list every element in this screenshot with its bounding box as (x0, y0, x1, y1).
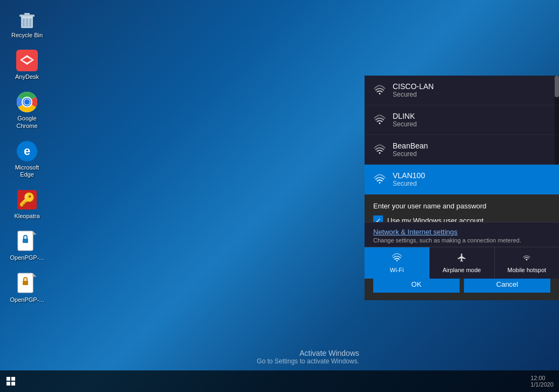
wifi-network-list: CISCO-LAN Secured DLINK Secured (365, 76, 559, 165)
svg-marker-25 (33, 273, 36, 276)
desktop-icon-chrome[interactable]: Google Chrome (5, 89, 49, 132)
start-button[interactable] (0, 370, 22, 392)
wifi-cisco-lan-status: Secured (393, 91, 550, 98)
wifi-cisco-lan-info: CISCO-LAN Secured (393, 82, 550, 98)
time-display: 12:00 (530, 375, 554, 381)
svg-rect-38 (11, 382, 15, 386)
airplane-mode-quick-action[interactable]: Airplane mode (429, 247, 494, 279)
wifi-network-vlan100[interactable]: VLAN100 Secured (365, 165, 559, 194)
activate-windows-subtitle: Go to Settings to activate Windows. (257, 357, 359, 365)
wifi-panel: CISCO-LAN Secured DLINK Secured (365, 76, 559, 300)
svg-text:🔑: 🔑 (19, 192, 35, 207)
wifi-dlink-status: Secured (393, 120, 550, 128)
openpgp1-icon (16, 231, 38, 252)
system-clock: 12:00 1/1/2020 (525, 375, 559, 388)
scrollbar-thumb (555, 76, 559, 97)
openpgp1-label: OpenPGP-... (10, 254, 44, 261)
hotspot-qa-icon (521, 253, 532, 265)
desktop-icons-container: Recycle Bin AnyDesk (0, 0, 54, 314)
wifi-vlan100-info: VLAN100 Secured (393, 171, 550, 187)
wifi-quick-action[interactable]: Wi-Fi (365, 247, 429, 279)
openpgp2-label: OpenPGP-... (10, 296, 44, 303)
anydesk-label: AnyDesk (15, 73, 39, 80)
wifi-network-beanbean[interactable]: BeanBean Secured (365, 135, 559, 165)
edge-icon: e (16, 140, 38, 162)
svg-rect-23 (23, 239, 28, 243)
wifi-qa-label: Wi-Fi (390, 267, 404, 273)
recycle-bin-label: Recycle Bin (11, 32, 43, 39)
svg-rect-36 (11, 377, 15, 381)
wifi-signal-icon-beanbean (373, 144, 386, 156)
desktop-icon-openpgp1[interactable]: OpenPGP-... (5, 228, 49, 264)
wifi-cisco-lan-name: CISCO-LAN (393, 82, 550, 91)
wifi-vlan100-name: VLAN100 (393, 171, 550, 180)
svg-text:e: e (24, 144, 30, 158)
activate-windows-watermark: Activate Windows Go to Settings to activ… (257, 349, 359, 365)
svg-point-14 (24, 99, 30, 105)
svg-rect-35 (6, 377, 10, 381)
svg-rect-2 (24, 13, 30, 15)
svg-rect-6 (21, 16, 33, 18)
quick-actions-row: Wi-Fi Airplane mode (365, 247, 559, 279)
svg-point-34 (526, 259, 528, 260)
airplane-qa-icon (456, 253, 467, 265)
hotspot-qa-label: Mobile hotspot (508, 267, 547, 273)
openpgp2-icon (16, 273, 38, 294)
svg-point-31 (379, 152, 381, 154)
wifi-network-dlink[interactable]: DLINK Secured (365, 105, 559, 135)
taskbar: 12:00 1/1/2020 (0, 370, 559, 392)
edge-label: Microsoft Edge (8, 164, 46, 178)
desktop-icon-anydesk[interactable]: AnyDesk (5, 47, 49, 83)
wifi-vlan100-status: Secured (393, 180, 550, 187)
desktop-icon-recycle-bin[interactable]: Recycle Bin (5, 5, 49, 42)
wifi-network-cisco-lan[interactable]: CISCO-LAN Secured (365, 76, 559, 105)
chrome-icon (16, 91, 38, 113)
wifi-panel-scrollbar[interactable] (555, 76, 559, 165)
wifi-signal-icon-vlan100 (373, 173, 386, 185)
network-settings-desc: Change settings, such as making a connec… (373, 237, 550, 244)
airplane-qa-label: Airplane mode (443, 267, 481, 273)
wifi-beanbean-info: BeanBean Secured (393, 141, 550, 158)
network-settings-link[interactable]: Network & Internet settings (373, 228, 550, 236)
wifi-beanbean-name: BeanBean (393, 141, 550, 150)
svg-point-29 (379, 93, 381, 94)
svg-marker-20 (33, 231, 36, 234)
svg-rect-37 (6, 382, 10, 386)
wifi-signal-icon-dlink (373, 114, 386, 126)
svg-point-32 (379, 182, 381, 184)
network-settings-row: Network & Internet settings Change setti… (365, 222, 559, 247)
wifi-beanbean-status: Secured (393, 150, 550, 158)
anydesk-icon (16, 50, 38, 71)
recycle-bin-icon (16, 8, 38, 30)
chrome-label: Google Chrome (8, 115, 46, 129)
desktop-icon-edge[interactable]: e Microsoft Edge (5, 138, 49, 181)
wifi-qa-icon (392, 253, 402, 265)
desktop-icon-openpgp2[interactable]: OpenPGP-... (5, 270, 49, 306)
svg-point-33 (396, 260, 397, 261)
mobile-hotspot-quick-action[interactable]: Mobile hotspot (495, 247, 559, 279)
wifi-dlink-info: DLINK Secured (393, 112, 550, 128)
svg-rect-28 (23, 281, 28, 285)
desktop-icon-kleopatra[interactable]: 🔑 Kleopatra (5, 186, 49, 222)
wifi-dlink-name: DLINK (393, 112, 550, 120)
network-footer: Network & Internet settings Change setti… (365, 222, 559, 279)
activate-windows-title: Activate Windows (257, 349, 359, 357)
kleopatra-label: Kleopatra (14, 213, 39, 220)
wifi-signal-icon (373, 84, 386, 96)
date-display: 1/1/2020 (530, 381, 554, 388)
svg-point-30 (379, 123, 381, 124)
kleopatra-icon: 🔑 (16, 189, 38, 211)
enter-credentials-label: Enter your user name and password (373, 202, 550, 210)
